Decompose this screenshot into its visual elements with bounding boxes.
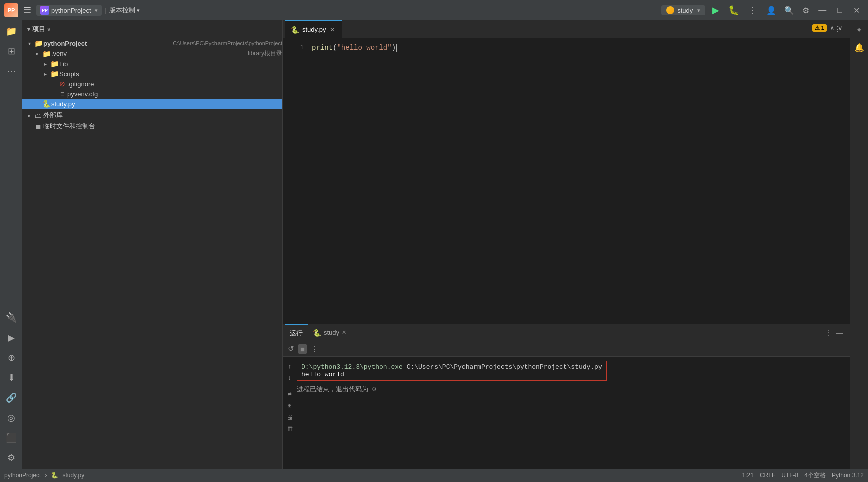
project-dropdown-icon: ▾ [95, 7, 98, 14]
venv-chevron: ▸ [33, 51, 41, 56]
run-button[interactable]: ▶ [708, 3, 723, 18]
scratch-icon: ≣ [33, 122, 43, 130]
tree-item-scratch[interactable]: ≣ 临时文件和控制台 [22, 121, 282, 132]
panel-run-config-tab[interactable]: 🐍 study ✕ [308, 324, 351, 341]
status-python[interactable]: Python 3.12 [832, 472, 864, 479]
status-indent[interactable]: 4个空格 [804, 471, 826, 480]
status-right: 1:21 CRLF UTF-8 4个空格 Python 3.12 [742, 471, 864, 480]
status-breadcrumb-chevron: › [45, 472, 47, 479]
lib-chevron: ▸ [41, 61, 49, 67]
code-area[interactable]: print ( "hello world" ) [308, 38, 850, 324]
panel-toolbar: ↺ ■ ⋮ [283, 341, 850, 357]
stop-btn[interactable]: ■ [298, 344, 307, 354]
panel-scroll-up[interactable]: ↑ [287, 362, 293, 371]
tab-close-button[interactable]: ✕ [329, 25, 336, 34]
more-options[interactable]: ⋮ [744, 3, 761, 18]
activity-git[interactable]: 🔗 [2, 389, 20, 407]
maximize-button[interactable]: □ [833, 4, 846, 17]
vcs-label: 版本控制 [109, 6, 135, 15]
project-name: pythonProject [51, 7, 91, 14]
run-tab-close[interactable]: ✕ [342, 329, 346, 336]
panel-trash-btn[interactable]: 🗑 [286, 424, 294, 434]
run-config-name: study [677, 7, 693, 14]
titlebar: PP ☰ PP pythonProject ▾ | 版本控制 ▾ study ▾… [0, 0, 868, 20]
panel-more-btn[interactable]: ⋮ [824, 328, 833, 338]
activity-terminal[interactable]: ⬛ [2, 429, 20, 447]
settings-icon[interactable]: ⚙ [800, 4, 811, 17]
run-config-selector[interactable]: study ▾ [661, 5, 705, 15]
status-project[interactable]: pythonProject [4, 472, 41, 479]
close-button[interactable]: ✕ [849, 4, 864, 17]
hamburger-menu[interactable]: ☰ [21, 3, 33, 18]
gitignore-icon: ⊘ [57, 80, 67, 88]
ai-assistant-icon[interactable]: ✦ [854, 23, 864, 37]
tab-study-py[interactable]: 🐍 study.py ✕ [285, 20, 342, 38]
tree-item-lib[interactable]: ▸ 📁 Lib [22, 59, 282, 69]
restart-btn[interactable]: ↺ [287, 343, 295, 354]
status-encoding[interactable]: UTF-8 [781, 472, 798, 479]
scripts-label: Scripts [59, 70, 282, 78]
scratch-label: 临时文件和控制台 [43, 122, 282, 131]
project-selector[interactable]: PP pythonProject ▾ [36, 5, 102, 16]
main-layout: 📁 ⊞ ⋯ 🔌 ▶ ⊕ ⬇ 🔗 ◎ ⬛ ⚙ ▾ 项目 ∨ ▾ 📁 pythonP… [0, 20, 868, 469]
status-file[interactable]: study.py [62, 472, 84, 479]
sidebar-title: 项目 [32, 25, 45, 34]
study-py-icon: 🐍 [41, 100, 51, 108]
run-tab-label: 运行 [290, 329, 303, 338]
activity-more[interactable]: ⋯ [2, 62, 20, 80]
activity-structure[interactable]: ⊞ [2, 42, 20, 60]
toolbar-more-btn[interactable]: ⋮ [310, 343, 319, 354]
tree-item-gitignore[interactable]: ⊘ .gitignore [22, 79, 282, 89]
minimize-button[interactable]: — [814, 4, 830, 17]
panel-minimize-btn[interactable]: — [835, 328, 844, 338]
terminal-path: C:\Users\PC\PycharmProjects\pythonProjec… [407, 363, 602, 371]
study-label: study.py [51, 100, 282, 108]
notification-icon[interactable]: 🔔 [852, 41, 866, 54]
panel-tab-run[interactable]: 运行 [285, 324, 308, 341]
activity-download[interactable]: ⬇ [2, 369, 20, 387]
status-line-ending[interactable]: CRLF [760, 472, 775, 479]
activity-project[interactable]: 📁 [2, 22, 20, 40]
status-position[interactable]: 1:21 [742, 472, 754, 479]
panel-content: ↑ ↓ ⇌ ⊞ 🖨 🗑 D:\python3.12.3\python.exe C… [283, 357, 850, 469]
tab-label: study.py [302, 26, 326, 33]
vcs-button[interactable]: 版本控制 ▾ [109, 6, 140, 15]
status-bar: pythonProject › 🐍 study.py 1:21 CRLF UTF… [0, 469, 868, 482]
vcs-dropdown-icon: ▾ [137, 7, 140, 14]
activity-layers[interactable]: ⊕ [2, 349, 20, 367]
panel-side-buttons: ↑ ↓ ⇌ ⊞ 🖨 🗑 [283, 360, 297, 466]
tree-item-scripts[interactable]: ▸ 📁 Scripts [22, 69, 282, 79]
run-tab-icon: 🐍 [313, 329, 321, 337]
activity-bar: 📁 ⊞ ⋯ 🔌 ▶ ⊕ ⬇ 🔗 ◎ ⬛ ⚙ [0, 20, 22, 469]
bottom-panel: 运行 🐍 study ✕ ⋮ — ↺ ■ ⋮ [283, 324, 850, 469]
root-chevron: ▾ [25, 41, 33, 46]
panel-scroll-down[interactable]: ↓ [287, 373, 293, 383]
panel-filter-btn[interactable]: ⊞ [287, 401, 293, 411]
tree-item-study[interactable]: 🐍 study.py [22, 99, 282, 109]
activity-plugins[interactable]: 🔌 [2, 308, 20, 327]
account-icon[interactable]: 👤 [764, 4, 778, 17]
panel-tab-actions: ⋮ — [824, 328, 848, 338]
activity-gear[interactable]: ⚙ [2, 449, 20, 467]
venv-label: .venv [51, 50, 246, 57]
exit-msg: 进程已结束，退出代码为 0 [297, 386, 376, 393]
root-folder-icon: 📁 [33, 39, 43, 47]
panel-print-btn[interactable]: 🖨 [286, 413, 294, 422]
tree-item-external[interactable]: ▸ 🗃 外部库 [22, 110, 282, 121]
sidebar: ▾ 项目 ∨ ▾ 📁 pythonProject C:\Users\PC\Pyc… [22, 20, 283, 469]
panel-wrap-btn[interactable]: ⇌ [287, 389, 293, 399]
debug-button[interactable]: 🐛 [726, 3, 741, 18]
search-icon[interactable]: 🔍 [782, 4, 796, 17]
tree-item-root[interactable]: ▾ 📁 pythonProject C:\Users\PC\PycharmPro… [22, 38, 282, 48]
editor-main: 1 print ( "hello world" ) ⚠ 1 [283, 38, 850, 324]
tree-item-pyvenv[interactable]: ≡ pyvenv.cfg [22, 89, 282, 99]
right-rail: ✦ 🔔 [850, 20, 868, 469]
tree-item-venv[interactable]: ▸ 📁 .venv library根目录 [22, 48, 282, 59]
run-config-icon [666, 6, 674, 14]
editor-content[interactable]: 1 print ( "hello world" ) [283, 38, 850, 324]
editor-area: 🐍 study.py ✕ ⋮ 1 print ( [283, 20, 850, 469]
activity-run[interactable]: ▶ [2, 329, 20, 347]
external-label: 外部库 [43, 111, 282, 120]
activity-bookmark[interactable]: ◎ [2, 409, 20, 427]
lib-folder-icon: 📁 [49, 60, 59, 68]
